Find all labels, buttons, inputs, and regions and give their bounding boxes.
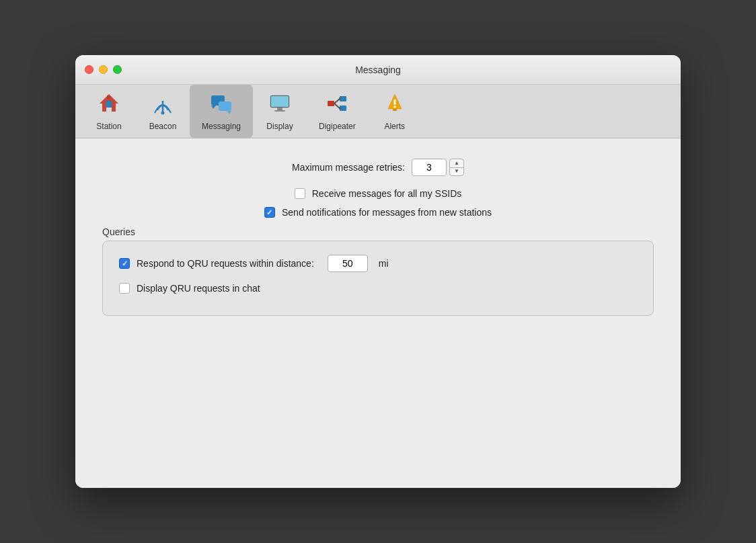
max-retries-row: Maximum message retries: ▲ ▼ — [102, 159, 654, 176]
respond-qru-distance-input[interactable] — [328, 255, 368, 272]
tab-alerts-label: Alerts — [384, 122, 405, 131]
toolbar: Station Beacon — [75, 85, 681, 138]
receive-ssids-label: Receive messages for all my SSIDs — [312, 188, 462, 199]
svg-rect-2 — [107, 95, 110, 99]
alerts-icon — [383, 91, 407, 119]
svg-line-17 — [334, 103, 340, 108]
queries-section: Queries Respond to QRU requests within d… — [102, 226, 654, 316]
max-retries-input[interactable] — [412, 159, 447, 176]
display-qru-label: Display QRU requests in chat — [137, 283, 260, 294]
svg-rect-10 — [271, 96, 289, 107]
tab-digipeater-label: Digipeater — [319, 122, 356, 131]
tab-alerts[interactable]: Alerts — [368, 85, 422, 138]
respond-qru-label: Respond to QRU requests within distance: — [137, 258, 314, 269]
svg-point-21 — [393, 106, 396, 108]
svg-rect-11 — [277, 108, 282, 110]
close-button[interactable] — [85, 65, 93, 74]
queries-group-box: Respond to QRU requests within distance:… — [102, 241, 654, 316]
tab-display-label: Display — [266, 122, 293, 131]
window-title: Messaging — [355, 65, 401, 75]
tab-station[interactable]: Station — [82, 85, 136, 138]
max-retries-stepper: ▲ ▼ — [449, 159, 464, 176]
tab-beacon-label: Beacon — [149, 122, 177, 131]
max-retries-input-group: ▲ ▼ — [412, 159, 464, 176]
tab-messaging[interactable]: Messaging — [190, 85, 253, 138]
tab-messaging-label: Messaging — [202, 122, 241, 131]
svg-marker-8 — [227, 111, 231, 114]
tab-station-label: Station — [96, 122, 121, 131]
send-notifications-checkbox[interactable] — [264, 207, 275, 218]
svg-rect-12 — [274, 110, 285, 112]
svg-rect-20 — [393, 99, 395, 105]
send-notifications-row: Send notifications for messages from new… — [102, 207, 654, 218]
main-window: Messaging Station — [75, 55, 681, 488]
titlebar: Messaging — [75, 55, 681, 85]
stepper-up-button[interactable]: ▲ — [450, 159, 463, 168]
messaging-icon — [209, 91, 233, 119]
digipeater-icon — [325, 91, 349, 119]
queries-section-label: Queries — [102, 226, 135, 237]
distance-unit-label: mi — [379, 258, 389, 269]
svg-line-16 — [334, 99, 340, 103]
maximize-button[interactable] — [113, 65, 122, 74]
receive-ssids-checkbox[interactable] — [295, 188, 305, 199]
display-qru-row: Display QRU requests in chat — [119, 283, 637, 294]
send-notifications-label: Send notifications for messages from new… — [282, 207, 492, 218]
svg-rect-22 — [393, 109, 397, 111]
respond-qru-checkbox[interactable] — [119, 258, 130, 269]
tab-display[interactable]: Display — [253, 85, 307, 138]
svg-rect-7 — [219, 101, 231, 111]
tab-digipeater[interactable]: Digipeater — [307, 85, 368, 138]
max-retries-label: Maximum message retries: — [292, 162, 405, 173]
traffic-lights — [85, 65, 122, 74]
minimize-button[interactable] — [99, 65, 108, 74]
display-icon — [268, 91, 292, 119]
beacon-icon — [151, 91, 175, 119]
respond-qru-row: Respond to QRU requests within distance:… — [119, 255, 637, 272]
station-icon — [97, 91, 121, 119]
display-qru-checkbox[interactable] — [119, 283, 130, 294]
tab-beacon[interactable]: Beacon — [136, 85, 190, 138]
main-content: Maximum message retries: ▲ ▼ Receive mes… — [75, 138, 681, 488]
stepper-down-button[interactable]: ▼ — [450, 168, 463, 176]
svg-point-4 — [161, 112, 165, 115]
svg-rect-1 — [106, 101, 112, 108]
svg-rect-13 — [328, 101, 334, 106]
svg-marker-6 — [211, 106, 216, 109]
receive-ssids-row: Receive messages for all my SSIDs — [102, 188, 654, 199]
